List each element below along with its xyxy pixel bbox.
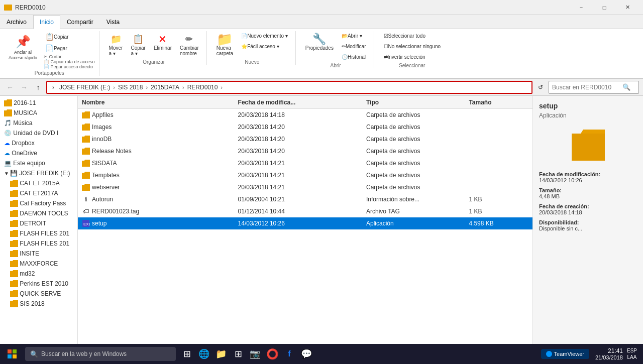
copiar-a-btn[interactable]: 📋 Copiara ▾ [127,31,149,58]
refresh-button[interactable]: ↺ [534,81,547,93]
file-row-images[interactable]: Images 20/03/2018 14:20 Carpeta de archi… [78,121,532,133]
anclar-button[interactable]: 📌 Anclar alAcceso rápido [4,31,42,63]
sidebar-item-daemon-tools[interactable]: DAEMON TOOLS [0,208,77,218]
sidebar-item-onedrive[interactable]: ☁ OneDrive [0,148,77,158]
file-date-setup: 14/03/2012 10:26 [238,220,366,227]
taskbar-opera[interactable]: ⭕ [264,346,280,362]
taskbar-facebook[interactable]: f [281,346,297,362]
sidebar-item-maxxforce[interactable]: MAXXFORCE [0,259,77,269]
sidebar-label-flash2: FLASH FILES 201 [20,240,69,247]
path-rerd0010[interactable]: RERD0010 [185,83,220,91]
sidebar-item-flash-files-1[interactable]: FLASH FILES 201 [0,228,77,238]
col-header-date[interactable]: Fecha de modifica... [238,99,366,106]
sidebar-item-cat-et-2015a[interactable]: CAT ET 2015A [0,178,77,188]
col-header-size[interactable]: Tamaño [469,99,530,106]
up-button[interactable]: ↑ [32,81,44,93]
sidebar-item-musica-caps[interactable]: MUSICA [0,108,77,118]
folder-icon-flash1 [10,230,18,237]
sidebar-item-md32[interactable]: md32 [0,269,77,279]
path-root[interactable]: › [50,83,56,91]
file-row-setup[interactable]: EXE setup 14/03/2012 10:26 Aplicación 4.… [78,217,532,229]
cambiar-nombre-btn[interactable]: ✏ Cambiarnombre [176,31,202,58]
sidebar-item-jose-fredik[interactable]: ▼ 💾 JOSE FREDIK (E:) [0,168,77,178]
copiar-btn[interactable]: 📋 Copiar [43,31,73,42]
abrir-btns: 🔧 Propiedades 📂 Abrir ▾ ✏ Modificar 🕒 Hi… [302,31,370,62]
file-row-rerd001023[interactable]: 🏷 RERD001023.tag 01/12/2014 10:44 Archiv… [78,205,532,217]
sidebar-item-musica[interactable]: 🎵 Música [0,118,77,128]
copiar-icon: 📋 [45,33,54,41]
path-2015data[interactable]: 2015DATA [149,83,181,91]
taskbar-search[interactable]: 🔍 Buscar en la web y en Windows [25,347,176,361]
cortar-label[interactable]: ✂ Cortar [44,54,95,59]
sidebar-item-insite[interactable]: INSITE [0,249,77,259]
address-path[interactable]: › JOSE FREDIK (E:) › SIS 2018 › 2015DATA… [46,81,532,94]
taskbar-task-view[interactable]: ⊞ [179,346,195,362]
col-header-type[interactable]: Tipo [366,99,469,106]
file-size-rerd: 1 KB [469,208,530,215]
historial-btn[interactable]: 🕒 Historial [338,52,370,62]
sidebar-label-maxxforce: MAXXFORCE [20,260,58,267]
file-row-templates[interactable]: Templates 20/03/2018 14:21 Carpeta de ar… [78,169,532,181]
maximize-button[interactable]: □ [593,0,616,15]
tab-archivo[interactable]: Archivo [0,15,33,29]
file-type-release: Carpeta de archivos [366,148,469,155]
copiar-ruta-label[interactable]: 📋 Copiar ruta de acceso [44,59,95,64]
taskbar-camera[interactable]: 📷 [247,346,263,362]
search-input[interactable] [552,84,622,91]
file-row-autorun[interactable]: ℹ Autorun 01/09/2004 10:21 Información s… [78,193,532,205]
svg-rect-4 [8,354,12,358]
sidebar-item-detroit[interactable]: DETROIT [0,218,77,228]
file-row-sisdata[interactable]: SISDATA 20/03/2018 14:21 Carpeta de arch… [78,157,532,169]
pegar-acceso-label[interactable]: 📄 Pegar acceso directo [44,64,95,69]
sidebar-item-cat-factory[interactable]: Cat Factory Pass [0,198,77,208]
tab-compartir[interactable]: Compartir [60,15,100,29]
sidebar-item-flash-files-2[interactable]: FLASH FILES 201 [0,238,77,249]
sidebar-item-2016-11[interactable]: 2016-11 [0,98,77,108]
file-type-innodb: Carpeta de archivos [366,136,469,143]
teamviewer-button[interactable]: TeamViewer [541,349,589,359]
no-sel-btn[interactable]: ☐ No seleccionar ninguno [380,42,445,51]
path-sis2018[interactable]: SIS 2018 [116,83,145,91]
col-header-name[interactable]: Nombre [80,99,238,106]
nueva-carpeta-btn[interactable]: 📁 Nuevacarpeta [213,31,237,58]
inv-sel-btn[interactable]: ⇄ Invertir selección [380,52,429,62]
modificar-btn[interactable]: ✏ Modificar [338,42,370,51]
path-jose-fredik[interactable]: JOSE FREDIK (E:) [57,83,112,91]
sidebar-item-quick-serve[interactable]: QUICK SERVE [0,289,77,299]
sidebar-item-dvd[interactable]: 💿 Unidad de DVD I [0,128,77,138]
sidebar-item-sis-2018[interactable]: SIS 2018 [0,299,77,309]
abrir-btn[interactable]: 📂 Abrir ▾ [338,31,370,41]
file-row-release-notes[interactable]: Release Notes 20/03/2018 14:20 Carpeta d… [78,145,532,157]
propiedades-btn[interactable]: 🔧 Propiedades [302,31,337,53]
sidebar-item-perkins[interactable]: Perkins EST 2010 [0,279,77,289]
sidebar-item-este-equipo[interactable]: 💻 Este equipo [0,158,77,168]
pegar-btn[interactable]: 📄 Pegar [43,43,73,54]
preview-detail-disp: Disponibilidad: Disponible sin c... [539,219,637,231]
mover-btn[interactable]: 📁 Movera ▾ [105,31,127,58]
facil-acceso-btn[interactable]: ⭐ Fácil acceso ▾ [238,42,291,51]
taskbar-chat[interactable]: 💬 [298,346,314,362]
sel-todo-btn[interactable]: ☑ Seleccionar todo [380,31,430,41]
start-button[interactable] [2,344,22,364]
back-button[interactable]: ← [4,81,16,93]
taskbar-edge[interactable]: 🌐 [196,346,212,362]
sidebar-label-este-equipo: Este equipo [13,160,45,167]
file-row-webserver[interactable]: webserver 20/03/2018 14:21 Carpeta de ar… [78,181,532,193]
file-type-appfiles: Carpeta de archivos [366,111,469,118]
sidebar-item-dropbox[interactable]: ☁ Dropbox [0,138,77,148]
taskbar-explorer[interactable]: 📁 [213,346,229,362]
nuevo-elemento-btn[interactable]: 📄 Nuevo elemento ▾ [238,31,291,41]
forward-button[interactable]: → [18,81,30,93]
preview-label-tamano: Tamaño: [539,187,637,193]
file-row-innodb[interactable]: innoDB 20/03/2018 14:20 Carpeta de archi… [78,133,532,145]
sidebar-item-cat-et-2017a[interactable]: CAT ET2017A [0,188,77,198]
tab-inicio[interactable]: Inicio [33,15,60,29]
tab-vista[interactable]: Vista [100,15,126,29]
folder-icon-templates [82,171,90,179]
close-button[interactable]: ✕ [616,0,639,15]
file-row-appfiles[interactable]: Appfiles 20/03/2018 14:18 Carpeta de arc… [78,109,532,121]
file-name-setup: setup [92,220,106,227]
minimize-button[interactable]: − [570,0,593,15]
taskbar-store[interactable]: ⊞ [230,346,246,362]
eliminar-btn[interactable]: ✕ Eliminar [150,31,175,53]
